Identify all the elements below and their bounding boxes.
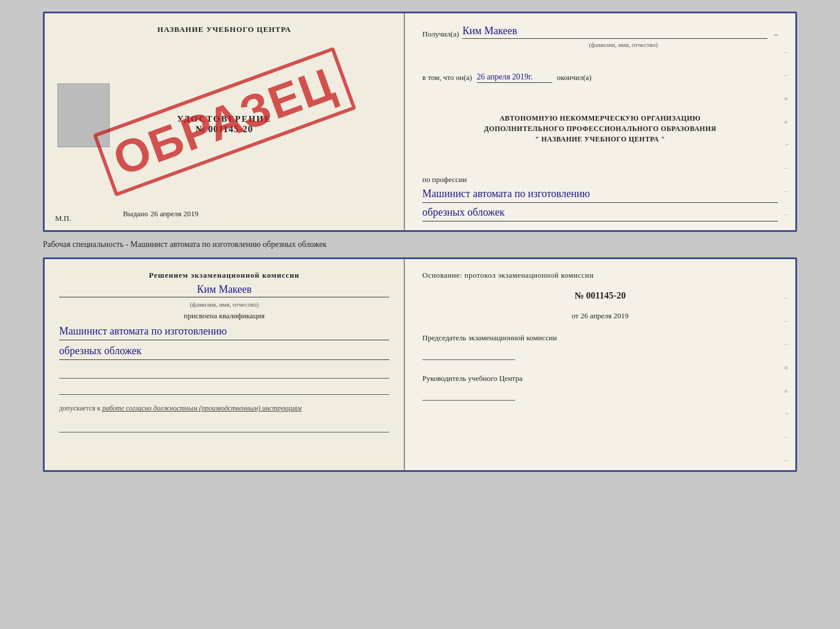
right-margin-lines: – – и а ← – – – – bbox=[784, 48, 791, 232]
recipient-line: Получил(а) Ким Макеев – bbox=[422, 25, 778, 39]
cert-doc-label: УДОСТОВЕРЕНИЕ bbox=[177, 114, 271, 124]
middle-specialty-text: Рабочая специальность - Машинист автомат… bbox=[43, 238, 797, 252]
school-name-top: НАЗВАНИЕ УЧЕБНОГО ЦЕНТРА bbox=[157, 25, 291, 34]
recipient-name: Ким Макеев bbox=[462, 25, 767, 39]
admitted-text: допускается к работе согласно должностны… bbox=[59, 404, 389, 413]
org-line1: АВТОНОМНУЮ НЕКОММЕРЧЕСКУЮ ОРГАНИЗАЦИЮ bbox=[422, 113, 778, 123]
decision-name: Ким Макеев bbox=[59, 283, 389, 297]
admitted-prefix: допускается к bbox=[59, 404, 100, 412]
top-cert-right: Получил(а) Ким Макеев – (фамилия, имя, о… bbox=[405, 13, 795, 230]
photo-placeholder bbox=[57, 83, 110, 147]
top-cert-left: НАЗВАНИЕ УЧЕБНОГО ЦЕНТРА УДОСТОВЕРЕНИЕ №… bbox=[45, 13, 405, 230]
date-line: в том, что он(а) 26 апреля 2019г. окончи… bbox=[422, 72, 778, 83]
fio-hint-top: (фамилия, имя, отчество) bbox=[469, 41, 778, 48]
org-name-block: АВТОНОМНУЮ НЕКОММЕРЧЕСКУЮ ОРГАНИЗАЦИЮ ДО… bbox=[422, 113, 778, 144]
protocol-date: от 26 апреля 2019 bbox=[422, 311, 778, 321]
recipient-section: Получил(а) Ким Макеев – (фамилия, имя, о… bbox=[422, 25, 778, 48]
leader-signature-line bbox=[422, 387, 515, 401]
bottom-line-2 bbox=[59, 384, 389, 395]
bottom-certificate: Решением экзаменационной комиссии Ким Ма… bbox=[43, 257, 797, 472]
right-margin-lines-bottom: – – – и а ← – – – – bbox=[784, 294, 791, 472]
decision-label: Решением экзаменационной комиссии bbox=[59, 271, 389, 280]
bottom-line-3 bbox=[59, 422, 389, 432]
qualification-label: присвоена квалификация bbox=[59, 311, 389, 321]
profession-value2: обрезных обложек bbox=[422, 205, 778, 221]
chairman-block: Председатель экзаменационной комиссии bbox=[422, 333, 778, 360]
cert-doc-block: УДОСТОВЕРЕНИЕ № 001145-20 bbox=[177, 114, 271, 134]
fio-hint-bottom: (фамилия, имя, отчество) bbox=[59, 301, 389, 308]
center-leader-label: Руководитель учебного Центра bbox=[422, 374, 778, 383]
top-certificate: НАЗВАНИЕ УЧЕБНОГО ЦЕНТРА УДОСТОВЕРЕНИЕ №… bbox=[43, 12, 797, 232]
bottom-line-1 bbox=[59, 368, 389, 379]
osnование-block: Основание: протокол экзаменационной коми… bbox=[422, 271, 778, 280]
profession-label: по профессии bbox=[422, 175, 778, 184]
cert-issued-bottom: Выдано 26 апреля 2019 bbox=[59, 208, 389, 219]
protocol-date-value: 26 апреля 2019 bbox=[581, 311, 629, 320]
qualification-value2: обрезных обложек bbox=[59, 344, 389, 360]
date-value: 26 апреля 2019г. bbox=[477, 72, 552, 83]
date-label: в том, что он(а) bbox=[422, 73, 472, 82]
completed-label: окончил(а) bbox=[557, 73, 592, 82]
protocol-number: № 001145-20 bbox=[422, 290, 778, 301]
profession-section: по профессии Машинист автомата по изгото… bbox=[422, 170, 778, 221]
issued-date: 26 апреля 2019 bbox=[150, 209, 198, 218]
org-line3: " НАЗВАНИЕ УЧЕБНОГО ЦЕНТРА " bbox=[422, 134, 778, 144]
cert-doc-number: № 001145-20 bbox=[177, 124, 271, 134]
document-container: НАЗВАНИЕ УЧЕБНОГО ЦЕНТРА УДОСТОВЕРЕНИЕ №… bbox=[43, 12, 797, 472]
center-leader-block: Руководитель учебного Центра bbox=[422, 374, 778, 401]
protocol-date-prefix: от bbox=[572, 311, 579, 320]
chairman-label: Председатель экзаменационной комиссии bbox=[422, 333, 778, 343]
mp-label: М.П. bbox=[55, 214, 71, 223]
profession-value1: Машинист автомата по изготовлению bbox=[422, 187, 778, 203]
issued-prefix: Выдано bbox=[123, 209, 148, 218]
bottom-cert-left: Решением экзаменационной комиссии Ким Ма… bbox=[45, 259, 405, 470]
org-line2: ДОПОЛНИТЕЛЬНОГО ПРОФЕССИОНАЛЬНОГО ОБРАЗО… bbox=[422, 123, 778, 134]
recipient-label: Получил(а) bbox=[422, 30, 459, 39]
chairman-signature-line bbox=[422, 346, 515, 360]
qualification-value1: Машинист автомата по изготовлению bbox=[59, 324, 389, 340]
admitted-italic: работе согласно должностным (производств… bbox=[102, 404, 302, 412]
bottom-lines-block bbox=[59, 368, 389, 395]
bottom-cert-right: Основание: протокол экзаменационной коми… bbox=[405, 259, 795, 470]
